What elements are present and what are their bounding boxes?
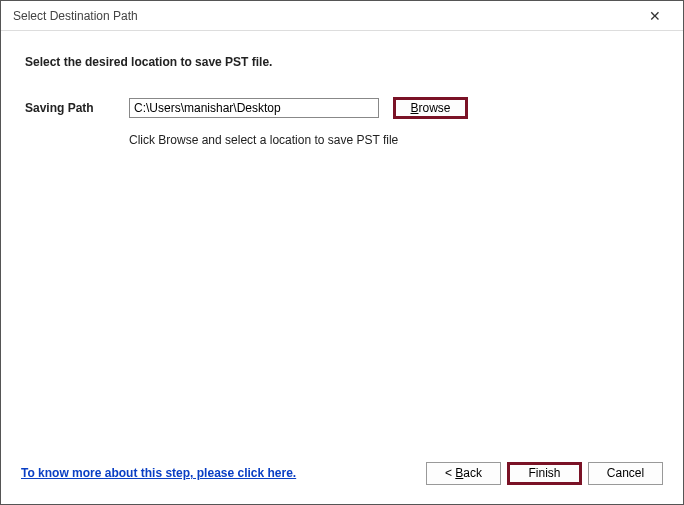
saving-path-row: Saving Path Browse (25, 97, 659, 119)
back-rest: ack (463, 466, 482, 480)
browse-rest: rowse (419, 101, 451, 115)
window-title: Select Destination Path (13, 9, 635, 23)
saving-path-label: Saving Path (25, 101, 115, 115)
close-button[interactable]: ✕ (635, 2, 675, 30)
hint-text: Click Browse and select a location to sa… (129, 133, 659, 147)
content-area: Select the desired location to save PST … (1, 31, 683, 454)
footer: To know more about this step, please cli… (1, 454, 683, 504)
dialog-window: Select Destination Path ✕ Select the des… (0, 0, 684, 505)
cancel-button[interactable]: Cancel (588, 462, 663, 485)
back-button[interactable]: < Back (426, 462, 501, 485)
back-prefix: < (445, 466, 455, 480)
browse-button[interactable]: Browse (393, 97, 468, 119)
browse-mnemonic: B (410, 101, 418, 115)
titlebar: Select Destination Path ✕ (1, 1, 683, 31)
finish-button[interactable]: Finish (507, 462, 582, 485)
help-link[interactable]: To know more about this step, please cli… (21, 466, 296, 480)
close-icon: ✕ (649, 8, 661, 24)
instruction-text: Select the desired location to save PST … (25, 55, 659, 69)
saving-path-input[interactable] (129, 98, 379, 118)
